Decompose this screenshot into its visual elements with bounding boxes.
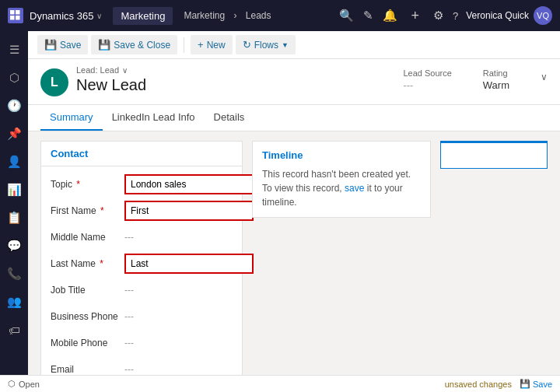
breadcrumb-module[interactable]: Marketing: [184, 10, 225, 21]
save-icon: 💾: [44, 39, 57, 51]
record-icon: L: [40, 68, 68, 96]
tab-linkedin[interactable]: LinkedIn Lead Info: [103, 105, 205, 131]
nav-icons: 🔍 ✎ 🔔 + ⚙ ?: [339, 8, 459, 24]
form-area: Contact Topic * First Name *: [28, 131, 560, 375]
lead-badge: Lead: Lead ∨: [76, 65, 146, 75]
header-fields: Lead Source --- Rating Warm ∨: [403, 65, 548, 91]
contact-section-header: Contact: [41, 142, 242, 166]
user-info[interactable]: Veronica Quick VQ: [466, 6, 552, 25]
last-name-label: Last Name *: [51, 258, 124, 269]
svg-rect-1: [16, 10, 20, 15]
mobile-phone-value: ---: [124, 338, 233, 348]
open-icon: ⬡: [8, 379, 16, 389]
business-phone-label: Business Phone: [51, 311, 124, 322]
middle-name-label: Middle Name: [51, 232, 124, 243]
user-avatar: VQ: [534, 6, 552, 25]
left-column: Contact Topic * First Name *: [40, 141, 243, 375]
timeline-header: Timeline: [262, 149, 421, 161]
job-title-value: ---: [124, 285, 233, 296]
badge-chevron-icon[interactable]: ∨: [122, 66, 128, 75]
flows-chevron-icon: ▼: [282, 41, 289, 49]
contact-section: Contact Topic * First Name *: [40, 141, 243, 375]
topic-input[interactable]: [124, 174, 254, 194]
last-name-input[interactable]: [124, 254, 254, 274]
help-icon[interactable]: ?: [453, 10, 458, 22]
contact-section-body: Topic * First Name * Middle Name: [41, 166, 242, 375]
user-name: Veronica Quick: [466, 10, 529, 21]
job-title-field-row: Job Title ---: [51, 278, 233, 302]
first-name-input[interactable]: [124, 201, 254, 221]
toolbar-separator: [184, 37, 184, 53]
sidebar-contact-icon[interactable]: 👤: [2, 149, 26, 174]
bell-icon[interactable]: 🔔: [383, 9, 397, 23]
topic-field-row: Topic *: [51, 173, 233, 196]
app-name: Dynamics 365: [30, 10, 93, 22]
collapse-icon[interactable]: ∨: [541, 72, 548, 82]
plus-icon[interactable]: +: [411, 8, 420, 24]
timeline-message: This record hasn't been created yet. To …: [262, 167, 421, 209]
top-navigation: Dynamics 365 ∨ Marketing Marketing › Lea…: [0, 0, 560, 31]
timeline-section: Timeline This record hasn't been created…: [252, 141, 431, 218]
middle-name-value: ---: [124, 232, 233, 243]
svg-rect-2: [10, 16, 15, 20]
flows-button[interactable]: ↻ Flows ▼: [236, 35, 296, 54]
tabs: Summary LinkedIn Lead Info Details: [28, 105, 560, 131]
bottom-bar: ⬡ Open unsaved changes 💾 Save: [0, 375, 560, 392]
right-column: [440, 141, 548, 375]
middle-column: Timeline This record hasn't been created…: [252, 141, 431, 375]
job-title-label: Job Title: [51, 285, 124, 296]
email-field-row: Email ---: [51, 358, 233, 375]
grid-icon[interactable]: [8, 8, 23, 23]
sidebar-pin-icon[interactable]: 📌: [2, 121, 26, 146]
toolbar: 💾 Save 💾 Save & Close + New ↻ Flows ▼: [0, 31, 560, 59]
bottom-bar-right: unsaved changes 💾 Save: [445, 379, 552, 389]
save-close-icon: 💾: [98, 39, 110, 51]
sidebar-group-icon[interactable]: 👥: [2, 289, 26, 314]
sidebar-recent-icon[interactable]: 🕐: [2, 93, 26, 118]
sidebar-analytics-icon[interactable]: 📊: [2, 177, 26, 202]
svg-rect-3: [16, 16, 20, 20]
page-header: L Lead: Lead ∨ New Lead Lead Source --- …: [28, 59, 560, 105]
breadcrumb-page[interactable]: Leads: [246, 10, 271, 21]
tab-details[interactable]: Details: [205, 105, 254, 131]
unsaved-changes-badge: unsaved changes: [445, 380, 512, 389]
sidebar-menu-icon[interactable]: ☰: [2, 37, 26, 62]
middle-name-field-row: Middle Name ---: [51, 226, 233, 249]
module-name[interactable]: Marketing: [113, 7, 173, 25]
lead-source-field: Lead Source ---: [403, 68, 451, 91]
sidebar-home-icon[interactable]: ⬡: [2, 65, 26, 90]
mobile-phone-field-row: Mobile Phone ---: [51, 331, 233, 355]
timeline-save-link[interactable]: save: [345, 183, 364, 194]
tab-summary[interactable]: Summary: [40, 105, 103, 131]
new-button[interactable]: + New: [191, 35, 233, 54]
breadcrumb-sep: ›: [233, 10, 239, 21]
right-box: [440, 141, 548, 169]
sidebar-tag-icon[interactable]: 🏷: [2, 317, 26, 342]
save-close-button[interactable]: 💾 Save & Close: [91, 35, 177, 54]
left-sidebar: ☰ ⬡ 🕐 📌 👤 📊 📋 💬 📞 👥 🏷: [0, 31, 28, 392]
email-label: Email: [51, 364, 124, 375]
bottom-save-button[interactable]: 💾 Save: [520, 379, 552, 389]
sidebar-tasks-icon[interactable]: 📋: [2, 205, 26, 230]
mobile-phone-label: Mobile Phone: [51, 338, 124, 348]
search-icon[interactable]: 🔍: [339, 9, 354, 23]
svg-rect-0: [10, 10, 15, 15]
open-button[interactable]: ⬡ Open: [8, 379, 40, 389]
app-chevron[interactable]: ∨: [96, 12, 102, 20]
first-name-field-row: First Name *: [51, 199, 233, 222]
topic-label: Topic *: [51, 179, 124, 190]
email-value: ---: [124, 364, 233, 375]
new-icon: +: [198, 39, 204, 51]
settings-icon[interactable]: ⚙: [433, 9, 443, 23]
sidebar-chat-icon[interactable]: 💬: [2, 233, 26, 258]
save-button[interactable]: 💾 Save: [37, 35, 88, 54]
sidebar-phone-icon[interactable]: 📞: [2, 261, 26, 286]
bottom-save-icon: 💾: [520, 379, 530, 389]
business-phone-field-row: Business Phone ---: [51, 305, 233, 328]
page-title: New Lead: [76, 76, 146, 94]
first-name-label: First Name *: [51, 205, 124, 216]
breadcrumb: Marketing › Leads: [180, 10, 338, 21]
edit-icon[interactable]: ✎: [363, 9, 373, 23]
rating-field: Rating Warm: [483, 68, 509, 91]
flows-icon: ↻: [243, 39, 251, 51]
